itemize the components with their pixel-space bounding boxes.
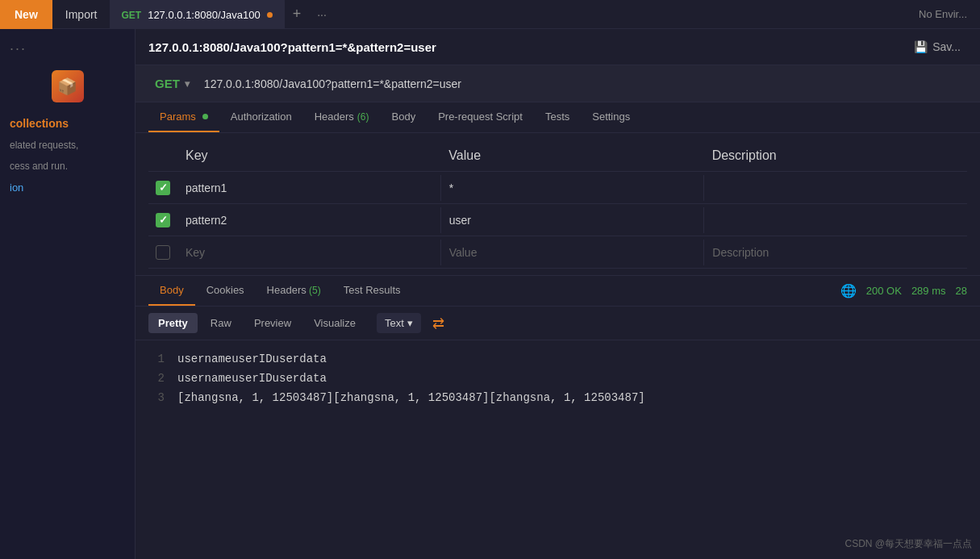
param-key-header: Key <box>177 145 440 166</box>
param-row-0: ✓pattern1* <box>148 172 967 204</box>
params-dot-indicator <box>202 114 208 119</box>
param-checkbox-1[interactable]: ✓ <box>148 213 177 227</box>
line-number: 1 <box>148 350 165 369</box>
format-btn-pretty[interactable]: Pretty <box>148 313 198 333</box>
save-label: Sav... <box>932 40 961 53</box>
url-input[interactable] <box>204 77 967 90</box>
checkbox-checked-1[interactable]: ✓ <box>156 213 170 227</box>
request-tab-settings[interactable]: Settings <box>581 102 641 132</box>
env-selector[interactable]: No Envir... <box>919 8 980 20</box>
response-section: BodyCookiesHeaders (5)Test Results 🌐 200… <box>136 276 980 559</box>
response-tab-headers[interactable]: Headers (5) <box>256 276 332 306</box>
param-checkbox-2[interactable] <box>148 245 177 260</box>
request-tab-tests[interactable]: Tests <box>534 102 581 132</box>
status-time-label: 289 ms <box>911 285 946 297</box>
param-row-1: ✓pattern2user <box>148 204 967 236</box>
param-desc-2: Description <box>704 240 967 265</box>
sidebar-logo-icon: 📦 <box>52 70 84 102</box>
more-tabs-button[interactable]: ··· <box>309 0 335 29</box>
param-row-2: KeyValueDescription <box>148 236 967 269</box>
param-value-2: Value <box>441 240 705 265</box>
top-bar: New Import GET 127.0.0.1:8080/Java100 + … <box>0 0 980 29</box>
param-key-2: Key <box>177 240 441 265</box>
text-format-select[interactable]: Text ▾ <box>377 313 421 333</box>
wrap-icon[interactable]: ⇄ <box>432 315 444 332</box>
response-format-row: PrettyRawPreviewVisualize Text ▾ ⇄ <box>136 307 980 340</box>
param-header-row: Key Value Description <box>148 140 967 172</box>
code-line: 1usernameuserIDuserdata <box>148 350 967 369</box>
request-tab-body[interactable]: Body <box>381 102 427 132</box>
checkbox-unchecked-2[interactable] <box>156 245 170 260</box>
tab-method-label: GET <box>121 10 141 21</box>
response-tab-test_results[interactable]: Test Results <box>332 276 412 306</box>
param-value-header: Value <box>440 145 703 166</box>
headers-badge: (6) <box>357 111 369 123</box>
request-tab-prerequest[interactable]: Pre-request Script <box>427 102 534 132</box>
checkbox-checked-0[interactable]: ✓ <box>156 181 170 195</box>
text-format-label: Text <box>385 317 404 329</box>
request-tabs-row: ParamsAuthorizationHeaders (6)BodyPre-re… <box>136 102 980 133</box>
sidebar-collections-label: collections <box>0 112 135 135</box>
param-desc-0 <box>704 181 967 194</box>
response-body-area: PrettyRawPreviewVisualize Text ▾ ⇄ 1user… <box>136 307 980 559</box>
request-tab-params[interactable]: Params <box>148 102 219 132</box>
param-checkbox-0[interactable]: ✓ <box>148 181 177 195</box>
param-value-0[interactable]: * <box>441 175 705 201</box>
content-area: 127.0.0.1:8080/Java100?pattern1=*&patter… <box>136 29 980 559</box>
method-chevron-icon: ▾ <box>185 78 190 90</box>
sidebar-desc-line2: cess and run. <box>0 156 135 177</box>
save-icon: 💾 <box>914 40 928 53</box>
format-btn-preview[interactable]: Preview <box>244 313 301 333</box>
headers-response-badge: (5) <box>307 285 321 296</box>
line-number: 2 <box>148 369 165 389</box>
text-format-chevron-icon: ▾ <box>407 317 413 329</box>
line-number: 3 <box>148 389 165 408</box>
param-desc-1 <box>704 214 967 227</box>
sidebar-desc-line1: elated requests, <box>0 135 135 156</box>
url-bar: 127.0.0.1:8080/Java100?pattern1=*&patter… <box>136 29 980 65</box>
request-title: 127.0.0.1:8080/Java100?pattern1=*&patter… <box>148 40 901 54</box>
sidebar: ··· 📦 collections elated requests, cess … <box>0 29 136 559</box>
response-status: 🌐 200 OK 289 ms 28 <box>840 283 967 298</box>
tab-dot-indicator <box>267 12 273 18</box>
sidebar-link[interactable]: ion <box>0 177 135 198</box>
method-dropdown[interactable]: GET ▾ <box>148 73 196 94</box>
new-button[interactable]: New <box>0 0 52 29</box>
format-btn-raw[interactable]: Raw <box>201 313 241 333</box>
param-key-0[interactable]: pattern1 <box>177 175 441 201</box>
request-tab[interactable]: GET 127.0.0.1:8080/Java100 <box>110 0 284 29</box>
param-value-1[interactable]: user <box>441 207 705 233</box>
param-key-1[interactable]: pattern2 <box>177 207 441 233</box>
param-desc-header: Description <box>704 145 967 166</box>
response-tab-body[interactable]: Body <box>148 276 195 306</box>
request-tab-auth[interactable]: Authorization <box>219 102 303 132</box>
response-tab-cookies[interactable]: Cookies <box>195 276 256 306</box>
code-line: 2usernameuserIDuserdata <box>148 369 967 389</box>
request-tab-headers[interactable]: Headers (6) <box>303 102 381 132</box>
status-ok-label: 200 OK <box>866 285 902 297</box>
watermark: CSDN @每天想要幸福一点点 <box>844 537 972 551</box>
tab-url-label: 127.0.0.1:8080/Java100 <box>148 9 261 21</box>
status-size-label: 28 <box>956 285 967 297</box>
format-btn-visualize[interactable]: Visualize <box>304 313 365 333</box>
sidebar-menu-dots[interactable]: ··· <box>0 37 135 60</box>
code-area: 1usernameuserIDuserdata2usernameuserIDus… <box>136 340 980 559</box>
globe-icon: 🌐 <box>840 283 857 298</box>
method-label: GET <box>155 77 180 90</box>
request-row: GET ▾ <box>136 65 980 102</box>
params-table: Key Value Description ✓pattern1*✓pattern… <box>136 133 980 276</box>
line-content: usernameuserIDuserdata <box>177 350 327 369</box>
line-content: usernameuserIDuserdata <box>177 369 327 389</box>
line-content: [zhangsna, 1, 12503487][zhangsna, 1, 125… <box>177 389 645 408</box>
code-line: 3[zhangsna, 1, 12503487][zhangsna, 1, 12… <box>148 389 967 408</box>
response-tabs-row: BodyCookiesHeaders (5)Test Results 🌐 200… <box>136 276 980 307</box>
import-button[interactable]: Import <box>52 0 111 29</box>
save-button[interactable]: 💾 Sav... <box>907 37 967 56</box>
add-tab-button[interactable]: + <box>285 0 310 29</box>
main-layout: ··· 📦 collections elated requests, cess … <box>0 29 980 559</box>
